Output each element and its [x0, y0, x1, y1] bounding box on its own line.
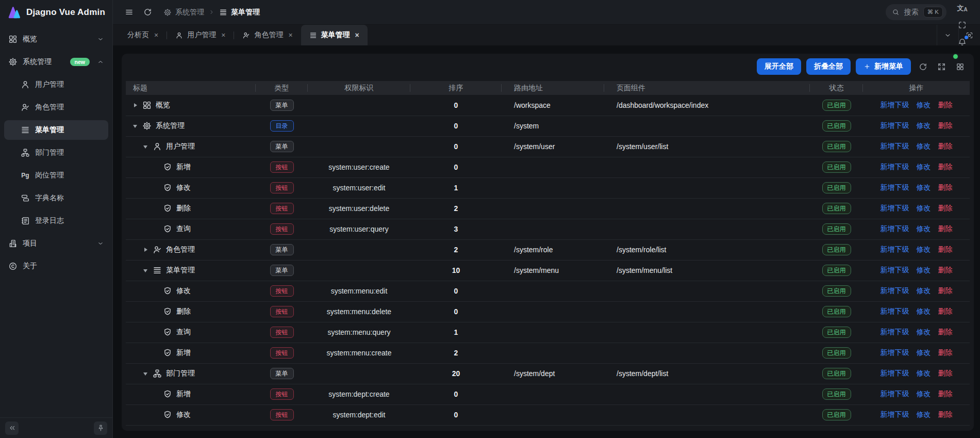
action-delete[interactable]: 删除 — [938, 348, 953, 356]
refresh-table-button[interactable] — [916, 60, 929, 73]
toolbar-button-2[interactable]: 新增菜单 — [856, 58, 911, 75]
toolbar-button-1[interactable]: 折叠全部 — [806, 58, 851, 75]
sidebar-item-1[interactable]: 系统管理new — [4, 52, 108, 72]
copyright-icon — [8, 262, 18, 271]
notifications-button[interactable] — [954, 34, 971, 51]
close-icon[interactable]: × — [221, 31, 225, 39]
breadcrumb-item-0[interactable]: 系统管理 — [163, 8, 204, 17]
column-settings-button[interactable] — [953, 60, 967, 73]
sidebar-item-1-3[interactable]: 部门管理 — [4, 143, 108, 163]
action-edit[interactable]: 修改 — [917, 307, 931, 315]
sidebar-item-1-6[interactable]: 登录日志 — [4, 211, 108, 231]
tab-1[interactable]: 用户管理× — [167, 25, 234, 45]
action-add-child[interactable]: 新增下级 — [881, 307, 909, 315]
sidebar-item-2[interactable]: 项目 — [4, 234, 108, 253]
action-add-child[interactable]: 新增下级 — [881, 348, 909, 356]
gear-icon — [142, 121, 152, 131]
close-icon[interactable]: × — [154, 31, 158, 39]
action-edit[interactable]: 修改 — [917, 245, 931, 253]
tab-2[interactable]: 角色管理× — [234, 25, 301, 45]
component-path — [604, 177, 810, 198]
sidebar-item-1-5[interactable]: 字典名称 — [4, 188, 108, 208]
tab-3[interactable]: 菜单管理× — [301, 25, 368, 45]
column-header: 路由地址 — [502, 81, 604, 95]
fullscreen-button[interactable] — [954, 17, 971, 34]
search-input[interactable]: 搜索 ⌘ K — [886, 4, 946, 20]
action-delete[interactable]: 删除 — [938, 410, 953, 418]
action-edit[interactable]: 修改 — [917, 121, 931, 129]
fullscreen-table-button[interactable] — [935, 60, 948, 73]
action-delete[interactable]: 删除 — [938, 101, 953, 109]
action-add-child[interactable]: 新增下级 — [881, 390, 909, 398]
action-edit[interactable]: 修改 — [917, 328, 931, 336]
collapse-toggle-icon[interactable] — [143, 144, 148, 149]
action-delete[interactable]: 删除 — [938, 245, 953, 253]
action-add-child[interactable]: 新增下级 — [881, 183, 909, 191]
action-delete[interactable]: 删除 — [938, 307, 953, 315]
breadcrumb-item-1[interactable]: 菜单管理 — [219, 8, 260, 17]
action-edit[interactable]: 修改 — [917, 390, 931, 398]
action-add-child[interactable]: 新增下级 — [881, 266, 909, 274]
action-add-child[interactable]: 新增下级 — [881, 142, 909, 150]
action-delete[interactable]: 删除 — [938, 266, 953, 274]
sort-order: 0 — [410, 384, 502, 404]
tab-0[interactable]: 分析页× — [119, 25, 167, 45]
action-delete[interactable]: 删除 — [938, 224, 953, 233]
action-add-child[interactable]: 新增下级 — [881, 245, 909, 253]
action-delete[interactable]: 删除 — [938, 328, 953, 336]
menu-toggle-button[interactable] — [121, 5, 137, 20]
action-edit[interactable]: 修改 — [917, 142, 931, 150]
action-add-child[interactable]: 新增下级 — [881, 224, 909, 233]
action-edit[interactable]: 修改 — [917, 286, 931, 295]
action-edit[interactable]: 修改 — [917, 348, 931, 356]
close-icon[interactable]: × — [288, 31, 292, 39]
toolbar-button-0[interactable]: 展开全部 — [757, 58, 801, 75]
action-delete[interactable]: 删除 — [938, 286, 953, 295]
action-edit[interactable]: 修改 — [917, 266, 931, 274]
close-icon[interactable]: × — [355, 31, 359, 39]
action-delete[interactable]: 删除 — [938, 142, 953, 150]
action-delete[interactable]: 删除 — [938, 183, 953, 191]
route-path — [502, 384, 604, 404]
collapse-toggle-icon[interactable] — [143, 268, 148, 273]
action-add-child[interactable]: 新增下级 — [881, 121, 909, 129]
action-edit[interactable]: 修改 — [917, 183, 931, 191]
action-edit[interactable]: 修改 — [917, 369, 931, 377]
sidebar-item-1-2[interactable]: 菜单管理 — [4, 120, 108, 140]
action-add-child[interactable]: 新增下级 — [881, 101, 909, 109]
status-badge: 已启用 — [822, 327, 851, 338]
sidebar-item-1-0[interactable]: 用户管理 — [4, 75, 108, 94]
sidebar-pin-button[interactable] — [94, 421, 107, 435]
logo[interactable]: Djagno Vue Admin — [0, 0, 112, 25]
action-delete[interactable]: 删除 — [938, 369, 953, 377]
expand-toggle-icon[interactable] — [133, 103, 138, 108]
sidebar-item-1-1[interactable]: 角色管理 — [4, 98, 108, 117]
sort-order: 0 — [410, 157, 502, 177]
action-add-child[interactable]: 新增下级 — [881, 328, 909, 336]
action-delete[interactable]: 删除 — [938, 204, 953, 212]
sidebar-item-3[interactable]: 关于 — [4, 256, 108, 276]
action-delete[interactable]: 删除 — [938, 163, 953, 171]
action-add-child[interactable]: 新增下级 — [881, 410, 909, 418]
header: 系统管理菜单管理 搜索 ⌘ K 文A — [113, 0, 980, 25]
language-button[interactable]: 文A — [954, 0, 971, 17]
action-add-child[interactable]: 新增下级 — [881, 369, 909, 377]
action-edit[interactable]: 修改 — [917, 410, 931, 418]
action-edit[interactable]: 修改 — [917, 204, 931, 212]
expand-toggle-icon[interactable] — [143, 247, 148, 252]
action-edit[interactable]: 修改 — [917, 224, 931, 233]
action-edit[interactable]: 修改 — [917, 163, 931, 171]
sidebar-collapse-button[interactable] — [5, 421, 19, 435]
action-add-child[interactable]: 新增下级 — [881, 204, 909, 212]
action-delete[interactable]: 删除 — [938, 390, 953, 398]
page-refresh-button[interactable] — [140, 5, 155, 20]
collapse-toggle-icon[interactable] — [143, 371, 148, 376]
sidebar-item-0[interactable]: 概览 — [4, 29, 108, 49]
action-add-child[interactable]: 新增下级 — [881, 286, 909, 295]
sidebar-item-1-4[interactable]: Pg岗位管理 — [4, 166, 108, 185]
collapse-toggle-icon[interactable] — [133, 123, 138, 128]
pin-icon — [97, 424, 105, 432]
action-delete[interactable]: 删除 — [938, 121, 953, 129]
action-add-child[interactable]: 新增下级 — [881, 163, 909, 171]
action-edit[interactable]: 修改 — [917, 101, 931, 109]
